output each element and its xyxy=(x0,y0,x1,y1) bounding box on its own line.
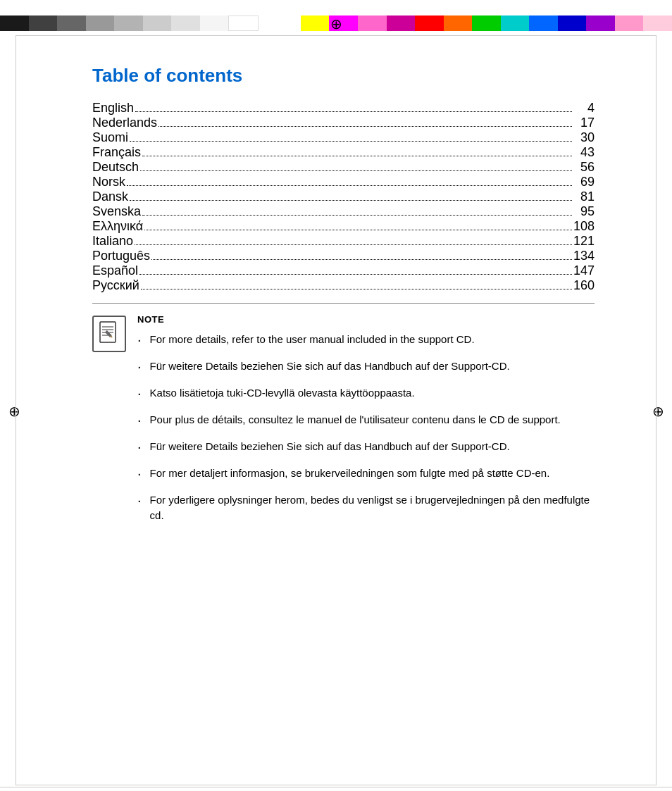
toc-page-dansk: 81 xyxy=(573,189,595,204)
toc-page-italiano: 121 xyxy=(573,234,595,249)
toc-page-english: 4 xyxy=(573,101,595,116)
note-bullet-3: Katso lisätietoja tuki-CD-levyllä olevas… xyxy=(137,385,595,402)
toc-dots-italiano xyxy=(135,244,572,245)
swatch-dark-blue xyxy=(558,15,587,31)
swatch-8 xyxy=(200,15,229,31)
toc-item-portugues: Português 134 xyxy=(92,249,595,263)
reg-mark-right: ⊕ xyxy=(649,403,666,420)
toc-lang-nederlands: Nederlands xyxy=(92,116,157,130)
toc-lang-deutsch: Deutsch xyxy=(92,160,139,175)
toc-item-greek: Ελληνικά 108 xyxy=(92,219,595,234)
swatch-5 xyxy=(114,15,143,31)
toc-dots-portugues xyxy=(151,259,572,260)
toc-item-norsk: Norsk 69 xyxy=(92,175,595,189)
note-bullet-1: For more details, refer to the user manu… xyxy=(137,332,595,349)
bottom-bar: WEU7417_RT-AC66U_QSG.indd 2 6/8/12 10:12… xyxy=(0,787,672,791)
swatch-dark-pink xyxy=(387,15,416,31)
reg-mark-left: ⊕ xyxy=(6,403,23,420)
note-icon xyxy=(92,316,126,352)
toc-dots-greek xyxy=(144,230,572,230)
toc-lang-english: English xyxy=(92,101,134,116)
toc-item-suomi: Suomi 30 xyxy=(92,130,595,145)
swatch-orange xyxy=(444,15,473,31)
swatch-7 xyxy=(171,15,200,31)
note-bullet-4: Pour plus de détails, consultez le manue… xyxy=(137,412,595,429)
toc-page-greek: 108 xyxy=(573,219,595,234)
toc-dots-suomi xyxy=(130,141,572,142)
note-bullet-6: For mer detaljert informasjon, se bruker… xyxy=(137,466,595,482)
toc-item-english: English 4 xyxy=(92,101,595,116)
swatch-6 xyxy=(143,15,172,31)
toc-dots-svenska xyxy=(142,215,572,216)
swatch-yellow xyxy=(301,15,330,31)
note-bullet-2: Für weitere Details beziehen Sie sich au… xyxy=(137,359,595,375)
toc-page-norsk: 69 xyxy=(573,175,595,189)
page-container: ⊕ ⊕ ⊕ Table of contents English 4 Nederl… xyxy=(0,15,672,791)
swatch-light-pink xyxy=(615,15,644,31)
toc-dots-russian xyxy=(141,289,572,289)
reg-mark-top: ⊕ xyxy=(328,15,344,32)
toc-lang-italiano: Italiano xyxy=(92,234,133,249)
toc-page-russian: 160 xyxy=(573,278,595,293)
toc-lang-svenska: Svenska xyxy=(92,204,141,219)
swatch-4 xyxy=(86,15,115,31)
toc-lang-suomi: Suomi xyxy=(92,130,128,145)
toc-lang-greek: Ελληνικά xyxy=(92,219,143,234)
notepad-icon xyxy=(99,321,120,347)
swatch-green xyxy=(472,15,501,31)
note-bullets-list: For more details, refer to the user manu… xyxy=(137,332,595,523)
toc-lang-russian: Русский xyxy=(92,278,139,293)
note-section: NOTE For more details, refer to the user… xyxy=(92,314,595,533)
toc-lang-norsk: Norsk xyxy=(92,175,125,189)
toc-dots-francais xyxy=(142,156,572,156)
toc-list: English 4 Nederlands 17 Suomi 30 Françai… xyxy=(92,101,595,293)
note-content: NOTE For more details, refer to the user… xyxy=(137,314,595,533)
swatch-9 xyxy=(228,15,259,31)
toc-item-deutsch: Deutsch 56 xyxy=(92,160,595,175)
toc-page-suomi: 30 xyxy=(573,130,595,145)
note-label: NOTE xyxy=(137,314,595,325)
swatch-1 xyxy=(0,15,29,31)
page-title: Table of contents xyxy=(92,65,595,87)
main-content: Table of contents English 4 Nederlands 1… xyxy=(0,15,672,588)
toc-dots-dansk xyxy=(130,200,572,201)
toc-dots-espanol xyxy=(139,274,572,275)
toc-item-francais: Français 43 xyxy=(92,145,595,160)
swatch-cyan xyxy=(501,15,530,31)
toc-page-svenska: 95 xyxy=(573,204,595,219)
toc-page-espanol: 147 xyxy=(573,263,595,278)
section-divider xyxy=(92,303,595,304)
toc-page-deutsch: 56 xyxy=(573,160,595,175)
toc-page-nederlands: 17 xyxy=(573,116,595,130)
swatch-2 xyxy=(29,15,58,31)
toc-item-svenska: Svenska 95 xyxy=(92,204,595,219)
toc-item-espanol: Español 147 xyxy=(92,263,595,278)
toc-item-dansk: Dansk 81 xyxy=(92,189,595,204)
toc-dots-norsk xyxy=(127,185,572,186)
swatch-gap xyxy=(259,15,301,31)
swatch-3 xyxy=(57,15,86,31)
toc-dots-nederlands xyxy=(158,126,572,127)
swatch-pale-pink xyxy=(643,15,672,31)
swatch-blue xyxy=(529,15,558,31)
toc-lang-dansk: Dansk xyxy=(92,189,128,204)
toc-lang-francais: Français xyxy=(92,145,141,160)
toc-dots-deutsch xyxy=(140,170,572,171)
toc-page-francais: 43 xyxy=(573,145,595,160)
toc-item-russian: Русский 160 xyxy=(92,278,595,293)
swatch-pink xyxy=(358,15,387,31)
svg-rect-5 xyxy=(105,330,112,337)
toc-lang-espanol: Español xyxy=(92,263,138,278)
toc-dots-english xyxy=(135,111,572,112)
swatch-purple xyxy=(586,15,615,31)
toc-item-nederlands: Nederlands 17 xyxy=(92,116,595,130)
swatch-red xyxy=(415,15,444,31)
toc-item-italiano: Italiano 121 xyxy=(92,234,595,249)
note-bullet-7: For yderligere oplysninger herom, bedes … xyxy=(137,492,595,523)
toc-page-portugues: 134 xyxy=(573,249,595,263)
toc-lang-portugues: Português xyxy=(92,249,150,263)
note-bullet-5: Für weitere Details beziehen Sie sich au… xyxy=(137,439,595,456)
